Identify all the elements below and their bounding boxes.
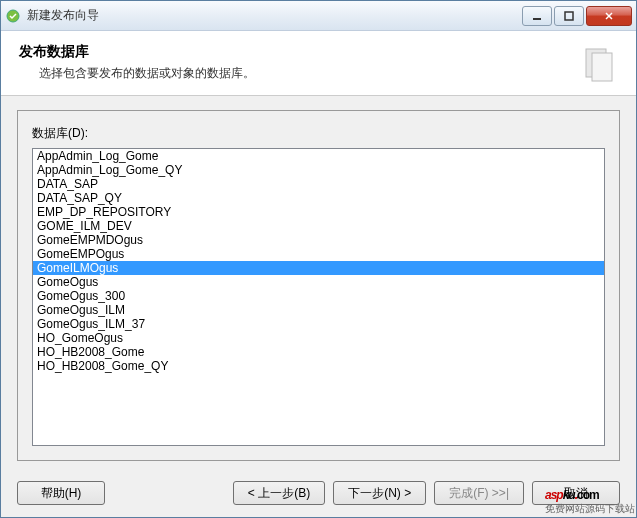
page-title: 发布数据库 bbox=[19, 43, 568, 61]
list-item[interactable]: HO_HB2008_Gome bbox=[33, 345, 604, 359]
wizard-window: 新建发布向导 发布数据库 选择包含要发布的数据或对象的数据库。 数据库(D): … bbox=[0, 0, 637, 518]
svg-rect-6 bbox=[592, 53, 612, 81]
list-item[interactable]: GomeOgus_ILM_37 bbox=[33, 317, 604, 331]
list-item[interactable]: DATA_SAP bbox=[33, 177, 604, 191]
finish-button[interactable]: 完成(F) >>| bbox=[434, 481, 524, 505]
svg-rect-2 bbox=[565, 12, 573, 20]
list-item[interactable]: DATA_SAP_QY bbox=[33, 191, 604, 205]
list-item[interactable]: GomeOgus bbox=[33, 275, 604, 289]
window-title: 新建发布向导 bbox=[27, 7, 520, 24]
header-icon bbox=[578, 43, 618, 83]
list-item[interactable]: GomeILMOgus bbox=[33, 261, 604, 275]
list-item[interactable]: GomeOgus_ILM bbox=[33, 303, 604, 317]
list-item[interactable]: EMP_DP_REPOSITORY bbox=[33, 205, 604, 219]
list-item[interactable]: AppAdmin_Log_Gome_QY bbox=[33, 163, 604, 177]
minimize-button[interactable] bbox=[522, 6, 552, 26]
wizard-header: 发布数据库 选择包含要发布的数据或对象的数据库。 bbox=[1, 31, 636, 96]
maximize-button[interactable] bbox=[554, 6, 584, 26]
nav-buttons: < 上一步(B) 下一步(N) > 完成(F) >>| 取消 bbox=[233, 481, 620, 505]
app-icon bbox=[5, 8, 21, 24]
database-listbox[interactable]: AppAdmin_Log_GomeAppAdmin_Log_Gome_QYDAT… bbox=[32, 148, 605, 446]
window-controls bbox=[520, 6, 632, 26]
next-button[interactable]: 下一步(N) > bbox=[333, 481, 426, 505]
close-button[interactable] bbox=[586, 6, 632, 26]
list-item[interactable]: AppAdmin_Log_Gome bbox=[33, 149, 604, 163]
list-item[interactable]: GOME_ILM_DEV bbox=[33, 219, 604, 233]
list-label: 数据库(D): bbox=[32, 125, 605, 142]
button-bar: 帮助(H) < 上一步(B) 下一步(N) > 完成(F) >>| 取消 bbox=[1, 471, 636, 517]
list-item[interactable]: HO_HB2008_Gome_QY bbox=[33, 359, 604, 373]
content-area: 数据库(D): AppAdmin_Log_GomeAppAdmin_Log_Go… bbox=[1, 96, 636, 471]
titlebar[interactable]: 新建发布向导 bbox=[1, 1, 636, 31]
header-text: 发布数据库 选择包含要发布的数据或对象的数据库。 bbox=[19, 43, 568, 82]
inner-panel: 数据库(D): AppAdmin_Log_GomeAppAdmin_Log_Go… bbox=[17, 110, 620, 461]
page-subtitle: 选择包含要发布的数据或对象的数据库。 bbox=[19, 65, 568, 82]
list-item[interactable]: GomeOgus_300 bbox=[33, 289, 604, 303]
help-button[interactable]: 帮助(H) bbox=[17, 481, 105, 505]
list-item[interactable]: HO_GomeOgus bbox=[33, 331, 604, 345]
list-item[interactable]: GomeEMPOgus bbox=[33, 247, 604, 261]
list-item[interactable]: GomeEMPMDOgus bbox=[33, 233, 604, 247]
cancel-button[interactable]: 取消 bbox=[532, 481, 620, 505]
back-button[interactable]: < 上一步(B) bbox=[233, 481, 325, 505]
